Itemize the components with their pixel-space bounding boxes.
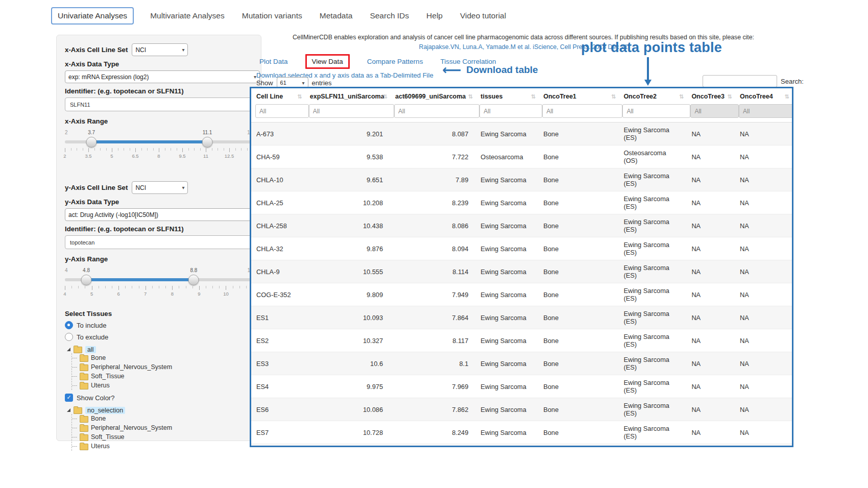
slider-tick xyxy=(218,148,218,151)
show-color-row[interactable]: ✓ Show Color? xyxy=(65,394,253,402)
column-filter-tissues[interactable] xyxy=(479,104,542,118)
column-filter-oncotree1[interactable] xyxy=(542,104,622,118)
folder-tab-part xyxy=(80,373,84,375)
tree-node-uterus[interactable]: Uterus xyxy=(72,442,253,451)
radio-to-exclude[interactable]: To exclude xyxy=(65,333,253,341)
cell-expslfn11-unisarcoma: 10.093 xyxy=(305,306,390,329)
tree-expand-icon[interactable] xyxy=(67,408,70,412)
entries-label: entries xyxy=(312,79,332,87)
slider-tick-label: 6 xyxy=(117,291,119,297)
sort-icon[interactable]: ⇅ xyxy=(611,93,616,100)
column-header-act609699-unisarcoma[interactable]: act609699_uniSarcoma⇅ xyxy=(390,88,475,104)
nav-tab-metadata[interactable]: Metadata xyxy=(319,8,354,24)
cell-tissues: Ewing Sarcoma xyxy=(475,306,538,329)
slider-fill xyxy=(86,278,194,281)
slider-handle-low[interactable] xyxy=(81,275,92,285)
tree-node-peripheral-nervous-system[interactable]: Peripheral_Nervous_System xyxy=(72,423,253,432)
main-nav: Univariate AnalysesMultivariate Analyses… xyxy=(51,7,507,25)
tree-node-soft-tissue[interactable]: Soft_Tissue xyxy=(72,432,253,442)
cell-tissues: Ewing Sarcoma xyxy=(475,214,538,237)
dropdown-caret-icon: ▾ xyxy=(182,47,184,53)
nav-tab-mutation-variants[interactable]: Mutation variants xyxy=(241,8,303,24)
slider-tick xyxy=(146,286,146,290)
sort-icon[interactable]: ⇅ xyxy=(679,93,684,100)
radio-unselected-icon[interactable] xyxy=(65,333,73,341)
column-header-label: OncoTree4 xyxy=(740,93,773,100)
column-header-cell-line[interactable]: Cell Line⇅ xyxy=(251,88,305,104)
tree-include-root-label[interactable]: all xyxy=(85,346,96,353)
y-identifier-input[interactable] xyxy=(65,235,263,249)
tree-node-soft-tissue[interactable]: Soft_Tissue xyxy=(72,372,253,381)
y-cell-line-set-select[interactable]: NCI ▾ xyxy=(132,181,188,194)
column-filter-act609699-unisarcoma[interactable] xyxy=(394,104,479,118)
slider-tick xyxy=(200,148,201,151)
nav-tab-help[interactable]: Help xyxy=(425,8,444,24)
slider-tick-label: 8 xyxy=(157,153,160,159)
y-data-type-select[interactable]: act: Drug Activity (-log10[IC50M]) ▾ xyxy=(65,208,260,221)
x-data-type-select[interactable]: exp: mRNA Expression (log2) ▾ xyxy=(65,70,260,83)
tree-node-uterus[interactable]: Uterus xyxy=(72,381,253,390)
tree-expand-icon[interactable] xyxy=(67,348,70,351)
sort-icon[interactable]: ⇅ xyxy=(785,93,789,100)
sort-icon[interactable]: ⇅ xyxy=(728,93,732,100)
slider-handle-low[interactable] xyxy=(86,137,97,148)
cell-oncotree4: NA xyxy=(735,168,792,191)
y-range-slider[interactable]: 4114.88.84567891011 xyxy=(65,274,253,302)
x-cell-line-set-select[interactable]: NCI ▾ xyxy=(132,43,188,56)
cell-expslfn11-unisarcoma: 10.6 xyxy=(305,352,390,375)
left-arrow-icon: ⟵ xyxy=(442,65,461,75)
cell-oncotree1: Bone xyxy=(538,260,618,283)
cell-act609699-unisarcoma: 8.121 xyxy=(390,444,475,448)
tree-node-bone[interactable]: Bone xyxy=(72,353,253,362)
tree-node-peripheral-nervous-system[interactable]: Peripheral_Nervous_System xyxy=(72,362,253,372)
nav-tab-video-tutorial[interactable]: Video tutorial xyxy=(459,8,507,24)
nav-tab-multivariate-analyses[interactable]: Multivariate Analyses xyxy=(149,8,226,24)
cell-act609699-unisarcoma: 7.722 xyxy=(390,145,475,168)
slider-tick xyxy=(229,148,230,152)
folder-icon xyxy=(80,374,88,380)
cell-tissues: Ewing Sarcoma xyxy=(475,375,538,398)
nav-tab-search-ids[interactable]: Search IDs xyxy=(369,8,410,24)
data-table-container: Cell Line⇅expSLFN11_uniSarcoma⇅act609699… xyxy=(250,87,793,447)
column-filter-expslfn11-unisarcoma[interactable] xyxy=(309,104,394,118)
tree-include-root[interactable]: all xyxy=(65,346,253,353)
radio-selected-icon[interactable] xyxy=(65,321,73,329)
radio-to-include[interactable]: To include xyxy=(65,321,253,329)
slider-tick xyxy=(83,148,83,151)
sort-icon[interactable]: ⇅ xyxy=(383,93,388,100)
slider-tick xyxy=(132,286,132,288)
y-data-type-value: act: Drug Activity (-log10[IC50M]) xyxy=(68,211,158,218)
column-header-tissues[interactable]: tissues⇅ xyxy=(475,88,538,104)
tab-plot-data[interactable]: Plot Data xyxy=(259,58,288,65)
column-header-oncotree1[interactable]: OncoTree1⇅ xyxy=(538,88,618,104)
slider-tick xyxy=(192,286,193,288)
x-range-slider[interactable]: 2143.711.123.556.589.51112.514 xyxy=(65,136,253,164)
cell-act609699-unisarcoma: 8.249 xyxy=(390,421,475,444)
x-identifier-input[interactable] xyxy=(65,97,263,111)
column-header-oncotree4[interactable]: OncoTree4⇅ xyxy=(735,88,792,104)
sort-icon[interactable]: ⇅ xyxy=(531,93,536,100)
slider-handle-high[interactable] xyxy=(202,137,213,148)
column-header-oncotree3[interactable]: OncoTree3⇅ xyxy=(686,88,735,104)
nav-tab-univariate-analyses[interactable]: Univariate Analyses xyxy=(51,7,134,25)
cell-oncotree3: NA xyxy=(686,191,735,214)
slider-tick xyxy=(226,286,226,290)
column-header-expslfn11-unisarcoma[interactable]: expSLFN11_uniSarcoma⇅ xyxy=(305,88,390,104)
slider-tick xyxy=(153,148,154,151)
tab-view-data[interactable]: View Data xyxy=(305,54,350,69)
tab-compare-patterns[interactable]: Compare Patterns xyxy=(367,58,423,65)
column-header-oncotree2[interactable]: OncoTree2⇅ xyxy=(618,88,686,104)
tree-node-bone[interactable]: Bone xyxy=(72,414,253,423)
column-filter-cell-line[interactable] xyxy=(255,104,309,118)
cell-oncotree1: Bone xyxy=(538,191,618,214)
search-input[interactable] xyxy=(703,75,777,87)
tree-selection-root-label[interactable]: no_selection xyxy=(85,407,125,414)
column-header-label: OncoTree3 xyxy=(691,93,725,100)
sort-icon[interactable]: ⇅ xyxy=(468,93,473,100)
column-filter-oncotree2[interactable] xyxy=(622,104,690,118)
slider-handle-high[interactable] xyxy=(188,275,199,285)
cell-act609699-unisarcoma: 8.117 xyxy=(390,329,475,352)
tree-selection-root[interactable]: no_selection xyxy=(65,406,253,414)
sort-icon[interactable]: ⇅ xyxy=(298,93,302,100)
checkbox-checked-icon[interactable]: ✓ xyxy=(65,394,73,402)
